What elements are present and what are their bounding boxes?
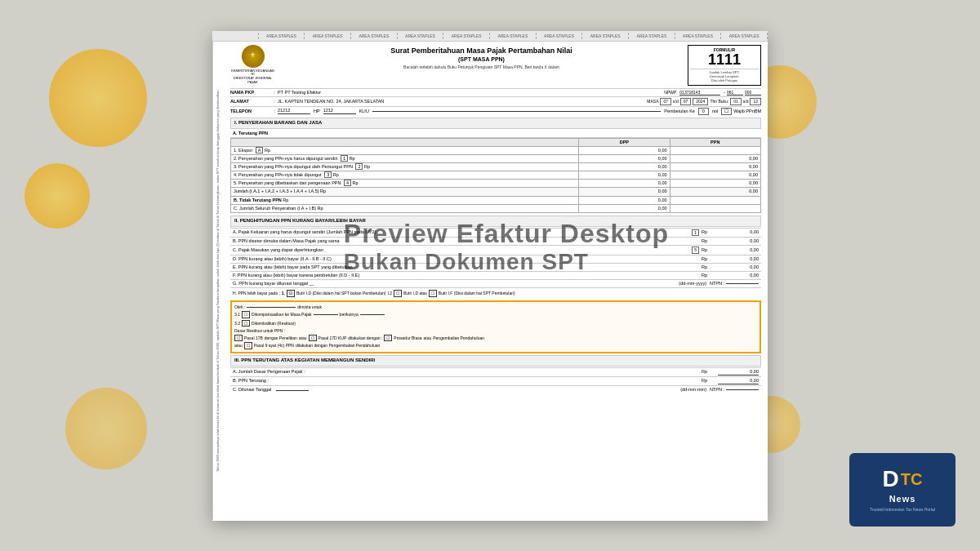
staples-cell: AREA STAPLES bbox=[490, 33, 537, 39]
row4-label: 4. Penyerahan yang PPn-nya tidak dipungu… bbox=[234, 172, 322, 177]
npwp-label: NPWP bbox=[664, 90, 676, 96]
document-title: Surat Pemberitahuan Masa Pajak Pertambah… bbox=[275, 47, 688, 56]
s2d-row: D. PPN kurang atau (lebih) bayar (II.A -… bbox=[230, 255, 761, 263]
staples-cell: AREA STAPLES bbox=[675, 33, 722, 39]
section3-header: III. PPN TERUTANG ATAS KEGIATAN MEMBANGU… bbox=[230, 355, 761, 367]
s3a-val: 0,00 bbox=[718, 369, 759, 375]
s2a-row: A. Pajak Keluaran yang harus dipungut se… bbox=[230, 228, 761, 238]
pasal9-row: atau ☐ Pasal 9 ayat (4c) PPN dilakukan d… bbox=[234, 342, 757, 349]
checkbox-butir1f[interactable]: ☐ bbox=[429, 290, 437, 297]
staples-cell: AREA STAPLES bbox=[721, 33, 768, 39]
kd-value: 000 bbox=[745, 90, 761, 96]
staples-cell: AREA STAPLES bbox=[443, 33, 490, 39]
bg-decoration-3 bbox=[65, 388, 147, 469]
dtc-tagline: Trusted Indonesian Tax News Portal bbox=[866, 507, 938, 513]
row-jumlah-a: Jumlah (I.A.1 + I.A.2 + I.A.3 + I.A.4 + … bbox=[231, 188, 761, 196]
s2a-code: 1 bbox=[692, 229, 699, 237]
sub-b-dpp: 0,00 bbox=[579, 196, 670, 204]
row3-dpp: 0,00 bbox=[579, 163, 670, 171]
row-penyerahan3: 3. Penyerahan yang PPn-nya dipungut oleh… bbox=[231, 163, 761, 171]
spt-document: AREA STAPLES AREA STAPLES AREA STAPLES A… bbox=[212, 31, 768, 521]
row5-dpp: 0,00 bbox=[579, 180, 670, 188]
area-staples-row: AREA STAPLES AREA STAPLES AREA STAPLES A… bbox=[212, 31, 768, 42]
staples-cell: AREA STAPLES bbox=[305, 33, 351, 39]
s3a-row: A. Jumlah Dasar Pengenaan Pajak : Rp 0,0… bbox=[230, 367, 761, 376]
highlight-section: Oleh : diminta untuk 3.1 ☐ Dikompensasik… bbox=[230, 300, 761, 353]
row-penyerahan5: 5. Penyerahan yang dibebaskan dari penge… bbox=[231, 180, 761, 188]
checkbox-pasal17d[interactable]: ☐ bbox=[309, 335, 317, 342]
checkbox-pasal9[interactable]: ☐ bbox=[244, 342, 252, 349]
row5-label: 5. Penyerahan yang dibebaskan dari penge… bbox=[234, 180, 341, 185]
klu-label: - bbox=[724, 90, 725, 96]
checkbox-pasal17b[interactable]: ☐ bbox=[234, 335, 243, 342]
masa-value: 07 bbox=[660, 98, 671, 105]
staples-cell: AREA STAPLES bbox=[351, 33, 398, 39]
dtc-tc-letters: TC bbox=[901, 471, 923, 487]
row-sub-b: B. Tidak Terutang PPN Rp 0,00 bbox=[231, 196, 761, 204]
s2g-ntpn: NTPN : bbox=[710, 281, 724, 287]
row2-dpp: 0,00 bbox=[579, 154, 670, 162]
nama-pkp-value: PT PT Testing Efaktur bbox=[278, 90, 664, 96]
hp-value: 1212 bbox=[323, 108, 356, 114]
staples-cell: AREA STAPLES bbox=[398, 33, 444, 39]
s2f-val: 0,00 bbox=[718, 273, 759, 278]
formulir-number: 1111 bbox=[690, 52, 759, 67]
checkbox-butir1d[interactable]: ☑ bbox=[287, 290, 295, 297]
alamat-label: ALAMAT bbox=[230, 99, 271, 104]
checkbox-butir1d2[interactable]: ☐ bbox=[394, 290, 402, 297]
s2d-val: 0,00 bbox=[718, 256, 759, 262]
s2b-row: B. PPN disetor dimuka dalam Masa Pajak y… bbox=[230, 237, 761, 245]
penyerahan-table: DPP PPN 1. Ekspor A Rp 0,00 bbox=[230, 138, 761, 213]
jumlah-a-label: Jumlah (I.A.1 + I.A.2 + I.A.3 + I.A.4 + … bbox=[234, 189, 319, 193]
s2h-31-row: 3.1 ☐ Dikompensasikan ke Masa Pajak beri… bbox=[234, 311, 757, 318]
telepon-label: TELEPON bbox=[230, 109, 271, 114]
telepon-value: 21212 bbox=[278, 108, 310, 114]
section1-header: I. PENYERAHAN BARANG DAN JASA bbox=[230, 118, 761, 129]
s2e-val: 0,00 bbox=[718, 264, 759, 270]
col-dpp-header: DPP bbox=[579, 138, 670, 146]
row1-label: 1. Ekspor bbox=[234, 148, 252, 153]
s2h-oleh-row: Oleh : diminta untuk bbox=[234, 304, 757, 310]
s2f-row: F. PPN kurang atau (lebih) bayar karena … bbox=[230, 271, 761, 279]
wajib-ppnbm-checkbox[interactable]: ☐ bbox=[721, 108, 732, 115]
s2g-format: (dd-mm-yyyy) bbox=[679, 281, 706, 287]
title-section: ⚜ KEMENTERIAN KEUANGAN RI DIREKTORAT JEN… bbox=[230, 45, 761, 86]
nol-label: nol bbox=[712, 109, 718, 114]
instruction-text: Bacalah terlebih dahulu Buku Petunjuk Pe… bbox=[275, 64, 688, 70]
npwp-value: 013718143 bbox=[679, 90, 720, 96]
klu-value: 061 bbox=[727, 90, 743, 96]
staples-cell: AREA STAPLES bbox=[629, 33, 675, 39]
nama-pkp-row: NAMA PKP : PT PT Testing Efaktur NPWP 01… bbox=[230, 88, 761, 97]
kliu-value bbox=[372, 111, 661, 112]
row1-dpp: 0,00 bbox=[579, 146, 670, 154]
s3c-format: (dd-mm-mm) bbox=[680, 387, 706, 393]
row-sub-c: C. Jumlah Seluruh Penyerahan (I.A + I.B)… bbox=[231, 204, 761, 212]
checkbox-32[interactable]: ☐ bbox=[242, 320, 250, 327]
row3-ppn: 0,00 bbox=[670, 163, 760, 171]
staples-cell: AREA STAPLES bbox=[582, 33, 629, 39]
s3b-val: 0,00 bbox=[718, 378, 759, 384]
formulir-sub: Jumlah Lembar SPT: (termasuk Lampiran Di… bbox=[690, 69, 759, 83]
dtc-d-letter: D bbox=[883, 468, 899, 491]
s2h-32-row: 3.2 ☐ Dikembalikan (Restitusi) bbox=[234, 320, 757, 327]
document-subtitle: (SPT MASA PPN) bbox=[275, 56, 688, 63]
telepon-row: TELEPON : 21212 HP 1212 KLIU Pembetulan … bbox=[230, 106, 761, 116]
dasar-restitusi-row: Dasar Restitusi untuk PPN : bbox=[234, 328, 757, 334]
row4-ppn: 0,00 bbox=[670, 171, 760, 180]
bg-decoration-1 bbox=[49, 49, 147, 147]
row4-code: 3 bbox=[324, 171, 332, 178]
checkbox-31[interactable]: ☐ bbox=[242, 311, 250, 318]
staples-cell: AREA STAPLES bbox=[259, 33, 305, 39]
s2g-row: G. PPN kurang bayar dilunasi tanggal __ … bbox=[230, 279, 761, 287]
staples-cell: AREA STAPLES bbox=[537, 33, 583, 39]
s2a-val: 0,00 bbox=[718, 229, 759, 235]
row3-label: 3. Penyerahan yang PPn-nya dipungut oleh… bbox=[234, 164, 353, 169]
s2c-val: 0,00 bbox=[718, 247, 759, 253]
dtc-news-label: News bbox=[889, 494, 916, 504]
alamat-row: ALAMAT : JL. KAPTEN TENDEAN NO. 24, JAKA… bbox=[230, 96, 761, 106]
sub-c-label: C. Jumlah Seluruh Penyerahan (I.A + I.B) bbox=[234, 206, 316, 211]
title-main: Surat Pemberitahuan Masa Pajak Pertambah… bbox=[275, 45, 688, 72]
pasal-row: ☐ Pasal 17B dengan Penelitian atau ☐ Pas… bbox=[234, 335, 757, 342]
checkbox-prosedur[interactable]: ☐ bbox=[384, 335, 392, 342]
bg-decoration-2 bbox=[24, 163, 90, 229]
